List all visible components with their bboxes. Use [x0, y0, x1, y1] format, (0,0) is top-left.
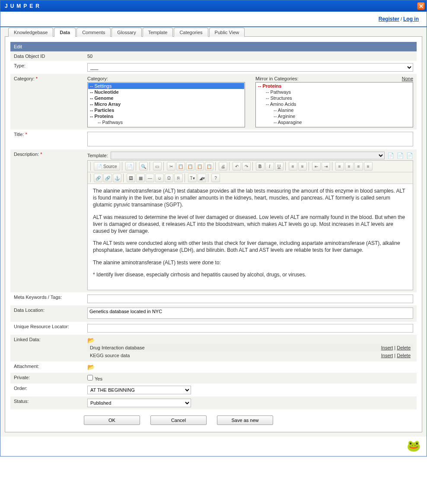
- window-title: JUMPER: [5, 3, 42, 9]
- template-select[interactable]: [111, 152, 385, 159]
- linked-row: Drug Interaction database Insert | Delet…: [87, 344, 413, 352]
- source-button[interactable]: 📄 Source: [94, 162, 120, 171]
- label-attachment: Attachment:: [10, 361, 84, 373]
- linked-folder-icon[interactable]: 📂: [87, 337, 95, 344]
- category-listbox[interactable]: -- Settings -- Nucleotide -- Genome -- M…: [87, 82, 245, 127]
- label-order: Order:: [10, 384, 84, 396]
- outdent-icon[interactable]: ⇤: [312, 162, 321, 171]
- smiley-icon[interactable]: ☺: [155, 174, 164, 182]
- status-select[interactable]: Published: [87, 399, 191, 407]
- cat-micro-array[interactable]: -- Micro Array: [88, 101, 244, 107]
- title-input[interactable]: [87, 132, 413, 146]
- paste-text-icon[interactable]: 📋: [195, 162, 204, 171]
- italic-icon[interactable]: I: [265, 162, 274, 171]
- value-dataobjectid: 50: [84, 51, 417, 61]
- rich-text-editor: 📄 Source 📄 🔍 ▭ ✂ 📋 📋: [87, 160, 413, 290]
- align-center-icon[interactable]: ≡: [345, 162, 354, 171]
- datalocation-input[interactable]: Genetics database located in NYC: [87, 307, 413, 319]
- anchor-icon[interactable]: ⚓: [113, 174, 121, 182]
- register-link[interactable]: Register: [379, 16, 399, 22]
- page-break-icon[interactable]: ⎘: [174, 174, 183, 182]
- align-right-icon[interactable]: ≡: [354, 162, 363, 171]
- mirror-none-link[interactable]: None: [402, 76, 413, 81]
- cat-pathways[interactable]: -- Pathways: [88, 119, 244, 125]
- align-left-icon[interactable]: ≡: [335, 162, 344, 171]
- linked-insert[interactable]: Insert: [381, 345, 393, 350]
- undo-icon[interactable]: ↶: [233, 162, 241, 171]
- mir-proteins[interactable]: -- Proteins: [256, 83, 412, 89]
- linked-delete[interactable]: Delete: [397, 345, 411, 350]
- cat-particles[interactable]: -- Particles: [88, 107, 244, 113]
- template-icon[interactable]: ▭: [153, 162, 162, 171]
- meta-input[interactable]: [87, 295, 413, 303]
- url-input[interactable]: [87, 324, 413, 333]
- cat-settings[interactable]: -- Settings: [88, 83, 244, 89]
- special-char-icon[interactable]: Ω: [165, 174, 173, 182]
- label-datalocation: Data Location:: [10, 305, 84, 322]
- type-select[interactable]: ___: [87, 63, 413, 72]
- login-link[interactable]: Log in: [403, 16, 419, 22]
- mir-asparagine[interactable]: -- Asparagine: [256, 119, 412, 125]
- print-icon[interactable]: 🖨: [219, 162, 227, 171]
- close-button[interactable]: ✕: [417, 2, 425, 10]
- tab-data[interactable]: Data: [54, 28, 76, 37]
- mirror-label: Mirror in Categories:: [255, 76, 299, 81]
- cat-nucleotide[interactable]: -- Nucleotide: [88, 89, 244, 95]
- footer: 🐸: [0, 437, 427, 456]
- hr-icon[interactable]: —: [146, 174, 154, 182]
- help-icon[interactable]: ?: [211, 174, 220, 182]
- linked-data-table: Drug Interaction database Insert | Delet…: [87, 344, 413, 359]
- linked-insert[interactable]: Insert: [381, 353, 393, 358]
- preview-icon[interactable]: 🔍: [139, 162, 148, 171]
- cat-proteins[interactable]: -- Proteins: [88, 113, 244, 119]
- mir-pathways[interactable]: -- Pathways: [256, 89, 412, 95]
- tab-glossary[interactable]: Glossary: [112, 28, 141, 37]
- required-mark: *: [40, 152, 42, 157]
- align-justify-icon[interactable]: ≡: [364, 162, 373, 171]
- text-color-icon[interactable]: T▾: [188, 174, 197, 182]
- template-doc-blue-icon[interactable]: 📄: [387, 152, 394, 159]
- tab-public-view[interactable]: Public View: [209, 28, 245, 37]
- bg-color-icon[interactable]: ◢▾: [198, 174, 206, 182]
- template-doc-red-icon[interactable]: 📄: [397, 152, 404, 159]
- tab-template[interactable]: Template: [143, 28, 173, 37]
- link-icon[interactable]: 🔗: [94, 174, 102, 182]
- private-checkbox[interactable]: [87, 375, 93, 380]
- tab-categories[interactable]: Categories: [174, 28, 208, 37]
- table-icon[interactable]: ▦: [136, 174, 145, 182]
- tab-comments[interactable]: Comments: [76, 28, 111, 37]
- label-url: Unique Resource Locator:: [10, 322, 84, 335]
- bold-icon[interactable]: B: [256, 162, 264, 171]
- template-doc-green-icon[interactable]: 📄: [406, 152, 413, 159]
- editor-body[interactable]: The alanine aminotransferase (ALT) test …: [88, 184, 413, 290]
- ordered-list-icon[interactable]: ≡: [289, 162, 297, 171]
- redo-icon[interactable]: ↷: [242, 162, 251, 171]
- underline-icon[interactable]: U: [275, 162, 284, 171]
- cat-genome[interactable]: -- Genome: [88, 95, 244, 101]
- unordered-list-icon[interactable]: ≡: [298, 162, 307, 171]
- image-icon[interactable]: 🖼: [127, 174, 135, 182]
- new-doc-icon[interactable]: 📄: [125, 162, 134, 171]
- mir-arginine[interactable]: -- Arginine: [256, 113, 412, 119]
- label-title: Title:: [14, 132, 24, 137]
- attachment-folder-icon[interactable]: 📂: [87, 364, 95, 371]
- indent-icon[interactable]: ⇥: [322, 162, 330, 171]
- mirror-listbox[interactable]: -- Proteins -- Pathways -- Structures --…: [255, 82, 413, 127]
- order-select[interactable]: AT THE BEGINNING: [87, 386, 191, 394]
- private-yes: Yes: [95, 376, 102, 381]
- paste-word-icon[interactable]: 📋: [205, 162, 214, 171]
- mir-amino-acids[interactable]: -- Amino Acids: [256, 101, 412, 107]
- cut-icon[interactable]: ✂: [167, 162, 175, 171]
- copy-icon[interactable]: 📋: [176, 162, 185, 171]
- paste-icon[interactable]: 📋: [186, 162, 194, 171]
- linked-delete[interactable]: Delete: [397, 353, 411, 358]
- cancel-button[interactable]: Cancel: [150, 415, 207, 425]
- desc-p4: The alanine aminotransferase (ALT) tests…: [93, 259, 408, 266]
- ok-button[interactable]: OK: [84, 415, 140, 425]
- mir-structures[interactable]: -- Structures: [256, 95, 412, 101]
- save-as-new-button[interactable]: Save as new: [217, 415, 273, 425]
- tab-knowledgebase[interactable]: Knowledgebase: [8, 28, 53, 37]
- unlink-icon[interactable]: 🔗: [103, 174, 112, 182]
- mir-alanine[interactable]: -- Alanine: [256, 107, 412, 113]
- desc-p1: The alanine aminotransferase (ALT) test …: [93, 187, 408, 209]
